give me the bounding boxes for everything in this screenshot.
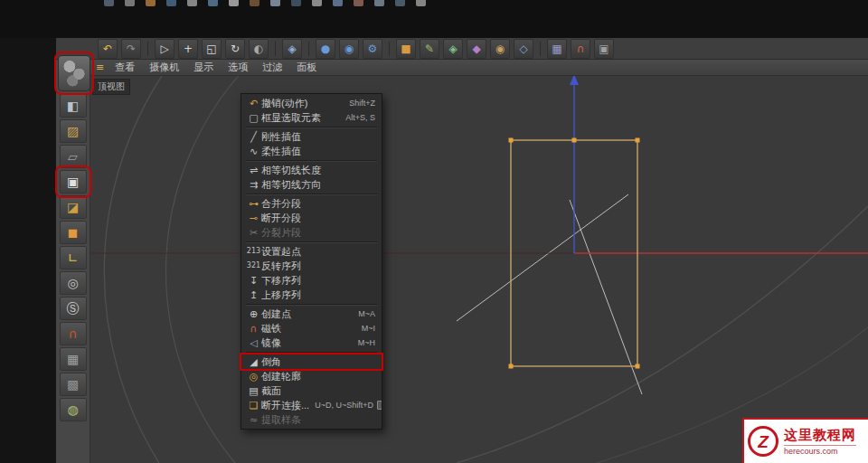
menu-item-undo-action-label: 撤销(动作): [261, 97, 307, 110]
menu-item-magnet-shortcut: M~I: [356, 324, 375, 333]
live-selection-icon[interactable]: ▷: [155, 39, 175, 59]
viewport-solo-icon[interactable]: ◎: [60, 271, 87, 295]
simulate-icon[interactable]: ◉: [490, 39, 510, 59]
viewport-menu-panel[interactable]: 面板: [289, 60, 324, 75]
menu-item-move-down-sequence[interactable]: ↧下移序列: [241, 273, 382, 288]
viewport-menu-camera[interactable]: 摄像机: [142, 60, 186, 75]
menu-item-move-up-sequence[interactable]: ↥上移序列: [241, 288, 382, 302]
menu-item-cross-section[interactable]: ▤截面: [241, 383, 382, 398]
titlebar-clipped-icon[interactable]: [416, 0, 426, 6]
menu-item-break-segment[interactable]: ⊸断开分段: [241, 211, 382, 225]
titlebar-clipped-icon[interactable]: [354, 0, 363, 6]
model-mode-icon[interactable]: ◧: [60, 94, 87, 118]
titlebar-clipped-icon[interactable]: [125, 0, 135, 6]
undo-icon[interactable]: ↶: [98, 39, 118, 59]
titlebar-clipped-icon[interactable]: [333, 0, 343, 6]
texture-mode-icon[interactable]: ▨: [60, 119, 87, 143]
menu-item-disconnect[interactable]: ❏断开连接...U~D, U~Shift+D: [241, 398, 382, 412]
quantize-icon[interactable]: ▩: [60, 373, 87, 396]
workplane-lock-icon[interactable]: ▦: [60, 347, 87, 371]
menu-item-undo-action[interactable]: ↶撤销(动作)Shift+Z: [241, 96, 382, 110]
titlebar-clipped-icon[interactable]: [270, 0, 280, 6]
titlebar-clipped-icon[interactable]: [312, 0, 322, 6]
magnet-icon[interactable]: ∩: [60, 322, 87, 345]
quantize-icon-glyph: ▩: [67, 378, 79, 391]
spline-pen-icon[interactable]: ✎: [420, 39, 439, 59]
render-settings-icon[interactable]: ⚙: [363, 39, 382, 59]
application-window: ↶↷▷+◱↻◐◈●◉⚙■✎◈◆◉◇▦∩▣ ◧▨▱▣◪◼∟◎Ⓢ∩▦▩◍ ≡ 查看摄…: [0, 0, 868, 463]
menu-item-magnet[interactable]: ∩磁铁M~I: [241, 321, 382, 335]
menu-item-frame-selected[interactable]: ▢框显选取元素Alt+S, S: [241, 110, 382, 125]
deformer-icon[interactable]: ◇: [514, 39, 533, 59]
polygons-mode-icon[interactable]: ◼: [60, 221, 87, 244]
coordinate-system-icon[interactable]: ◈: [282, 39, 302, 59]
viewport[interactable]: ≡ 查看摄像机显示选项过滤面板 顶视图: [90, 60, 868, 463]
top-toolbar: ↶↷▷+◱↻◐◈●◉⚙■✎◈◆◉◇▦∩▣: [56, 38, 868, 60]
menu-item-extract-spline: ≈提取样条: [241, 412, 382, 427]
last-tool-icon[interactable]: ◐: [249, 39, 269, 59]
menu-item-hard-interpolation[interactable]: ╱刚性插值: [241, 129, 382, 144]
spline-point-top-right[interactable]: [636, 138, 640, 143]
viewport-menu-view[interactable]: 查看: [108, 60, 142, 75]
explode-segments-icon: ✂: [246, 228, 261, 238]
titlebar-clipped-icon[interactable]: [250, 0, 259, 6]
titlebar-clipped-icon[interactable]: [395, 0, 405, 6]
viewport-solo-icon-glyph: ◎: [67, 277, 78, 289]
menu-separator: [246, 194, 377, 194]
paint-icon[interactable]: ◍: [60, 398, 87, 421]
titlebar-clipped-icon[interactable]: [187, 0, 197, 6]
snap-icon[interactable]: Ⓢ: [60, 297, 87, 320]
menu-item-mirror[interactable]: ◁镜像M~H: [241, 335, 382, 350]
spline-point-top-middle[interactable]: [572, 138, 577, 143]
command-options-icon[interactable]: [377, 401, 382, 410]
context-menu: ↶撤销(动作)Shift+Z▢框显选取元素Alt+S, S╱刚性插值∿柔性插值⇌…: [241, 93, 382, 430]
menu-item-create-outline[interactable]: ◎创建轮廓: [241, 369, 382, 383]
workplane-icon[interactable]: ▦: [547, 39, 567, 59]
scale-tool-icon[interactable]: ◱: [202, 39, 222, 59]
snap-toggle-icon[interactable]: ∩: [571, 39, 590, 59]
menu-item-reverse-sequence[interactable]: 321反转序列: [241, 259, 382, 273]
redo-icon[interactable]: ↷: [121, 39, 141, 59]
viewport-menu-display[interactable]: 显示: [186, 60, 221, 75]
menu-item-equal-tangent-length[interactable]: ⇌相等切线长度: [241, 163, 382, 177]
watermark-text: 这里教程网 herecours.com: [784, 427, 856, 456]
watermark-logo-icon: Z: [748, 426, 778, 457]
lock-workplane-icon[interactable]: ▣: [594, 39, 614, 59]
menu-item-equal-tangent-direction[interactable]: ⇉相等切线方向: [241, 177, 382, 192]
scale-tool-icon-glyph: ◱: [206, 43, 216, 54]
workplane-mode-icon[interactable]: ▱: [60, 145, 87, 168]
titlebar-clipped-icon[interactable]: [166, 0, 176, 6]
move-tool-icon[interactable]: +: [178, 39, 198, 59]
equal-tangent-length-icon: ⇌: [246, 165, 261, 175]
menu-item-soft-interpolation[interactable]: ∿柔性插值: [241, 144, 382, 158]
titlebar-clipped-icon[interactable]: [374, 0, 384, 6]
rotate-tool-icon[interactable]: ↻: [225, 39, 245, 59]
enable-axis-icon[interactable]: ∟: [60, 246, 87, 269]
render-picture-viewer-icon[interactable]: ◉: [339, 39, 359, 59]
titlebar-clipped-icon[interactable]: [104, 0, 114, 6]
render-view-icon[interactable]: ●: [316, 39, 335, 59]
volume-icon[interactable]: ◆: [467, 39, 486, 59]
spline-point-bottom-right[interactable]: [636, 364, 640, 369]
primitive-cube-icon[interactable]: ■: [396, 39, 416, 59]
spline-point-bottom-left[interactable]: [509, 364, 514, 369]
menu-item-join-segment[interactable]: ⊶合并分段: [241, 196, 382, 211]
viewport-menu-grip-icon[interactable]: ≡: [96, 61, 104, 73]
titlebar-clipped-icon[interactable]: [229, 0, 239, 6]
render-view-icon-glyph: ●: [321, 43, 330, 54]
menu-item-reverse-sequence-label: 反转序列: [261, 260, 301, 273]
viewport-menu-filter[interactable]: 过滤: [255, 60, 289, 75]
menu-item-set-first-point[interactable]: 213设置起点: [241, 244, 382, 259]
viewport-menu-options[interactable]: 选项: [221, 60, 255, 75]
hard-interpolation-icon: ╱: [246, 132, 261, 142]
mograph-icon[interactable]: ◈: [443, 39, 463, 59]
titlebar-clipped-icon[interactable]: [208, 0, 218, 6]
menu-item-bevel[interactable]: ◢倒角: [241, 354, 382, 369]
titlebar-clipped-icon[interactable]: [291, 0, 301, 6]
edges-mode-icon[interactable]: ◪: [60, 195, 87, 219]
spline-point-top-left[interactable]: [509, 138, 514, 143]
menu-item-create-point[interactable]: ⊕创建点M~A: [241, 307, 382, 321]
make-editable-icon[interactable]: [58, 55, 90, 91]
points-mode-icon[interactable]: ▣: [60, 170, 87, 194]
titlebar-clipped-icon[interactable]: [146, 0, 156, 6]
